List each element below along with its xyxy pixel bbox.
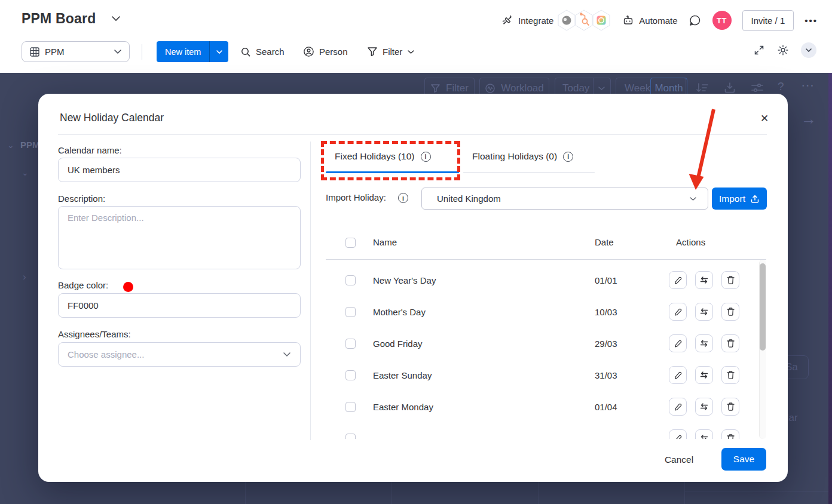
country-selected-value: United Kingdom [437, 193, 501, 204]
new-item-split-button[interactable]: New item [157, 41, 228, 62]
row-actions [669, 429, 739, 439]
header-more-button[interactable]: ••• [805, 16, 818, 26]
delete-holiday-button[interactable] [721, 303, 739, 321]
person-filter-button[interactable]: Person [303, 41, 348, 62]
pencil-icon [674, 402, 683, 411]
row-checkbox[interactable] [345, 434, 356, 439]
move-holiday-button[interactable] [695, 398, 713, 416]
new-item-label[interactable]: New item [157, 41, 209, 62]
board-view-select[interactable]: PPM [22, 41, 130, 62]
filter-button[interactable]: Filter [367, 41, 415, 62]
invite-button[interactable]: Invite / 1 [742, 10, 794, 31]
badge-color-input[interactable] [58, 293, 301, 318]
table-row: Mother's Day 10/03 [326, 296, 759, 328]
holiday-date: 01/04 [595, 402, 617, 412]
row-checkbox[interactable] [345, 370, 356, 380]
assignee-select[interactable]: Choose assignee... [58, 342, 301, 367]
new-item-dropdown-chevron-icon[interactable] [209, 41, 228, 62]
gradient-app-badge-icon [591, 10, 611, 31]
row-expand-chevron: › [23, 271, 26, 283]
export-download-icon [723, 81, 736, 94]
row-actions [669, 303, 739, 321]
search-icon [240, 47, 251, 57]
integrate-plug-icon [501, 14, 513, 26]
integrate-button[interactable]: Integrate [501, 14, 553, 26]
delete-holiday-button[interactable] [721, 271, 739, 289]
move-holiday-button[interactable] [695, 334, 713, 352]
save-button[interactable]: Save [721, 448, 766, 471]
import-button[interactable]: Import [712, 188, 767, 210]
row-checkbox[interactable] [345, 339, 356, 349]
search-button[interactable]: Search [240, 41, 285, 62]
pencil-icon [674, 276, 683, 285]
description-label: Description: [58, 193, 105, 204]
assignees-label: Assignees/Teams: [58, 329, 131, 339]
select-all-checkbox[interactable] [345, 238, 356, 248]
cancel-button[interactable]: Cancel [655, 451, 703, 469]
holiday-name: New Year's Day [373, 275, 436, 285]
board-more-icon: ⋯ [801, 78, 815, 93]
board-column-line [538, 482, 539, 504]
edit-holiday-button[interactable] [669, 429, 687, 439]
board-column-line [391, 482, 392, 504]
pencil-icon [674, 434, 683, 440]
description-textarea[interactable] [58, 206, 301, 269]
column-name: Name [373, 237, 397, 247]
delete-holiday-button[interactable] [721, 429, 739, 439]
calendar-name-input[interactable] [58, 158, 301, 182]
background-group-label: PPM [20, 140, 40, 150]
automate-button[interactable]: Automate [622, 14, 677, 26]
move-holiday-button[interactable] [695, 303, 713, 321]
fullscreen-icon[interactable] [753, 44, 765, 56]
board-title[interactable]: PPM Board [22, 11, 96, 27]
edit-holiday-button[interactable] [669, 366, 687, 384]
delete-holiday-button[interactable] [721, 334, 739, 352]
chevron-down-icon [283, 352, 291, 357]
row-checkbox[interactable] [345, 307, 356, 317]
trash-icon [726, 275, 735, 285]
edit-holiday-button[interactable] [669, 303, 687, 321]
trash-icon [726, 339, 735, 348]
right-panel-strip [828, 73, 832, 504]
close-icon[interactable]: ✕ [757, 110, 772, 126]
import-holiday-label: Import Holiday: [326, 192, 386, 202]
holiday-rows: New Year's Day 01/01 Mother's Day 10/03 [326, 260, 759, 439]
collapse-header-chevron-icon[interactable] [801, 42, 816, 58]
tab-floating-holidays[interactable]: Floating Holidays (0) i [472, 151, 573, 162]
pencil-icon [674, 308, 683, 316]
settings-gear-icon[interactable] [777, 44, 789, 56]
move-holiday-button[interactable] [695, 366, 713, 384]
move-holiday-button[interactable] [695, 429, 713, 439]
holiday-name: Mother's Day [373, 307, 426, 317]
integrate-label: Integrate [518, 16, 553, 26]
board-column-line [684, 482, 685, 504]
board-row-line [684, 491, 828, 491]
chat-bubble-icon[interactable] [689, 14, 702, 27]
board-column-line [245, 482, 246, 504]
avatar[interactable]: TT [712, 11, 732, 30]
country-select[interactable]: United Kingdom [421, 188, 708, 210]
person-icon [303, 46, 314, 57]
info-icon[interactable]: i [563, 152, 573, 162]
sort-icon [695, 81, 709, 94]
header-row-1: PPM Board Integrate [0, 0, 832, 37]
holiday-name: Easter Sunday [373, 370, 432, 380]
table-scrollbar-thumb[interactable] [760, 263, 766, 351]
row-checkbox[interactable] [345, 275, 356, 285]
board-view-label: PPM [45, 47, 109, 57]
row-checkbox[interactable] [345, 402, 356, 412]
delete-holiday-button[interactable] [721, 398, 739, 416]
edit-holiday-button[interactable] [669, 334, 687, 352]
modal-title: New Holiday Calendar [60, 112, 164, 124]
table-row [326, 423, 759, 439]
edit-holiday-button[interactable] [669, 398, 687, 416]
board-title-chevron-icon[interactable] [111, 16, 121, 21]
badge-color-label: Badge color: [58, 280, 108, 290]
delete-holiday-button[interactable] [721, 366, 739, 384]
move-holiday-button[interactable] [695, 271, 713, 289]
integration-app-badges[interactable] [559, 10, 611, 31]
table-row: New Year's Day 01/01 [326, 265, 759, 296]
background-right-arrow-icon: → [801, 110, 816, 128]
info-icon[interactable]: i [398, 193, 408, 203]
edit-holiday-button[interactable] [669, 271, 687, 289]
